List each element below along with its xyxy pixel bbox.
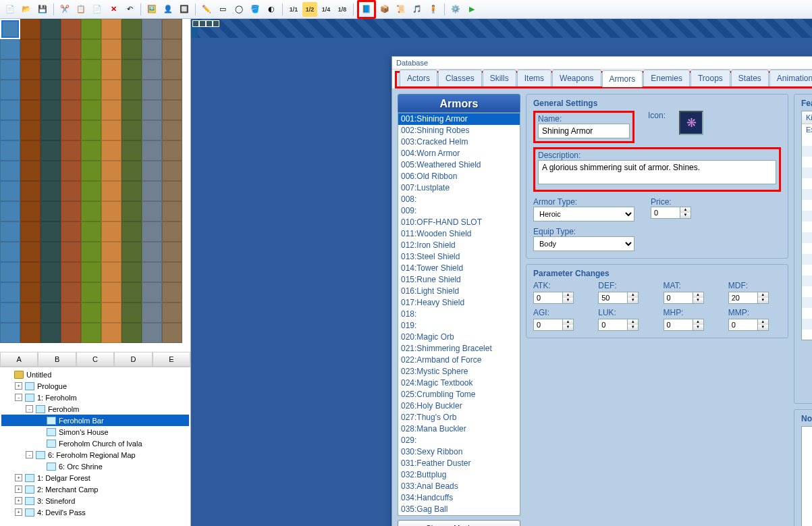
param-spinner[interactable]: ▲▼ <box>533 319 586 331</box>
armor-item[interactable]: 009: <box>398 205 520 217</box>
layer-tab-b[interactable]: B <box>38 352 76 367</box>
db-tab-actors[interactable]: Actors <box>400 70 437 86</box>
tree-item[interactable]: -Feroholm <box>1 403 189 415</box>
tb-zoom-11[interactable]: 1/1 <box>286 2 301 17</box>
armor-type-select[interactable]: Heroic <box>533 207 634 221</box>
db-tab-classes[interactable]: Classes <box>438 70 482 86</box>
price-spinner[interactable]: ▲▼ <box>651 207 691 219</box>
tb-undo[interactable]: ↶ <box>122 2 137 17</box>
db-tab-states[interactable]: States <box>731 70 769 86</box>
db-tab-armors[interactable]: Armors <box>602 70 643 87</box>
note-input[interactable] <box>801 426 812 526</box>
armor-item[interactable]: 021:Shimmering Bracelet <box>398 343 520 354</box>
tb-zoom-18[interactable]: 1/8 <box>335 2 350 17</box>
tree-item[interactable]: 6: Orc Shrine <box>1 461 189 472</box>
armor-item[interactable]: 008: <box>398 194 520 205</box>
param-spinner[interactable]: ▲▼ <box>728 319 781 331</box>
tree-item[interactable]: +4: Devil's Pass <box>1 506 189 518</box>
armor-item[interactable]: 013:Steel Shield <box>398 251 520 263</box>
armor-item[interactable]: 035:Gag Ball <box>398 504 520 515</box>
armor-item[interactable]: 006:Old Ribbon <box>398 171 520 182</box>
layer-tab-a[interactable]: A <box>0 352 38 367</box>
layer-tab-e[interactable]: E <box>153 352 190 367</box>
tb-rect[interactable]: ▭ <box>215 2 230 17</box>
tb-script[interactable]: 📜 <box>394 2 408 17</box>
armor-item[interactable]: 032:Buttplug <box>398 469 520 481</box>
armor-item[interactable]: 034:Handcuffs <box>398 492 520 504</box>
tree-item[interactable]: -1: Feroholm <box>1 392 189 403</box>
armor-item[interactable]: 028:Mana Buckler <box>398 423 520 435</box>
features-table[interactable]: Kind Content Ex-Parameter[EVA] + 0% <box>801 111 812 340</box>
tb-playtest[interactable]: ▶ <box>464 2 479 17</box>
tree-item[interactable]: Feroholm Bar <box>1 415 189 426</box>
tb-zoom-12[interactable]: 1/2 <box>302 2 317 17</box>
param-spinner[interactable]: ▲▼ <box>664 292 716 304</box>
change-maximum-button[interactable]: Change Maximum... <box>398 520 520 526</box>
name-input[interactable] <box>538 124 630 138</box>
armor-item[interactable]: 023:Mystic Sphere <box>398 366 520 377</box>
db-tab-troops[interactable]: Troops <box>691 70 730 86</box>
tb-mode-map[interactable]: 🖼️ <box>144 2 159 17</box>
db-tab-animations[interactable]: Animations <box>769 70 812 86</box>
armor-item[interactable]: 005:Weathered Shield <box>398 159 520 171</box>
armor-item[interactable]: 031:Feather Duster <box>398 458 520 469</box>
armor-item[interactable]: 015:Rune Shield <box>398 274 520 286</box>
tree-item[interactable]: +Prologue <box>1 380 189 392</box>
tb-paste[interactable]: 📄 <box>90 2 105 17</box>
desc-input[interactable] <box>538 160 776 184</box>
armor-item[interactable]: 033:Anal Beads <box>398 481 520 492</box>
armor-item[interactable]: 014:Tower Shield <box>398 263 520 274</box>
param-spinner[interactable]: ▲▼ <box>598 292 651 304</box>
tb-character[interactable]: 🧍 <box>426 2 441 17</box>
armor-item[interactable]: 003:Cracked Helm <box>398 136 520 148</box>
tb-delete[interactable]: ✕ <box>106 2 121 17</box>
armor-item[interactable]: 024:Magic Textbook <box>398 377 520 389</box>
param-spinner[interactable]: ▲▼ <box>728 292 781 304</box>
tb-fill[interactable]: 🪣 <box>248 2 263 17</box>
tb-options[interactable]: ⚙️ <box>448 2 463 17</box>
tree-item[interactable]: +1: Delgar Forest <box>1 472 189 483</box>
tb-new[interactable]: 📄 <box>3 2 18 17</box>
armor-item[interactable]: 002:Shining Robes <box>398 125 520 136</box>
tree-item[interactable]: Simon's House <box>1 426 189 438</box>
armor-item[interactable]: 017:Heavy Shield <box>398 297 520 309</box>
armor-item[interactable]: 011:Wooden Shield <box>398 228 520 240</box>
layer-tab-d[interactable]: D <box>114 352 152 367</box>
armor-item[interactable]: 026:Holy Buckler <box>398 400 520 412</box>
db-tab-skills[interactable]: Skills <box>483 70 516 86</box>
armor-item[interactable]: 016:Light Shield <box>398 286 520 297</box>
tb-pencil[interactable]: ✏️ <box>199 2 214 17</box>
armor-item[interactable]: 022:Armband of Force <box>398 354 520 366</box>
tb-mode-region[interactable]: 🔲 <box>177 2 192 17</box>
armor-list[interactable]: 001:Shining Armor002:Shining Robes003:Cr… <box>398 113 520 516</box>
tileset-palette[interactable] <box>0 19 190 352</box>
armor-item[interactable]: 004:Worn Armor <box>398 148 520 159</box>
tb-copy[interactable]: 📋 <box>74 2 88 17</box>
armor-item[interactable]: 001:Shining Armor <box>398 113 520 125</box>
tb-save[interactable]: 💾 <box>35 2 50 17</box>
tree-item[interactable]: -6: Feroholm Regional Map <box>1 449 189 461</box>
layer-tab-c[interactable]: C <box>76 352 114 367</box>
param-spinner[interactable]: ▲▼ <box>533 292 586 304</box>
tree-item[interactable]: Feroholm Church of Ivala <box>1 438 189 449</box>
tree-item[interactable]: +3: Stineford <box>1 495 189 506</box>
db-tab-items[interactable]: Items <box>517 70 551 86</box>
armor-item[interactable]: 010:OFF-HAND SLOT <box>398 217 520 228</box>
equip-type-select[interactable]: Body <box>533 236 634 251</box>
param-spinner[interactable]: ▲▼ <box>598 319 651 331</box>
tb-open[interactable]: 📂 <box>19 2 34 17</box>
param-spinner[interactable]: ▲▼ <box>664 319 716 331</box>
tree-item[interactable]: +2: Merchant Camp <box>1 483 189 495</box>
map-canvas[interactable]: Database ✕ ActorsClassesSkillsItemsWeapo… <box>191 19 812 526</box>
armor-item[interactable]: 019: <box>398 320 520 332</box>
armor-item[interactable]: 027:Thug's Orb <box>398 412 520 423</box>
tb-resource[interactable]: 📦 <box>377 2 392 17</box>
tb-database[interactable]: 📘 <box>357 0 376 19</box>
armor-item[interactable]: 029: <box>398 435 520 446</box>
armor-item[interactable]: 018: <box>398 309 520 320</box>
tb-ellipse[interactable]: ◯ <box>232 2 246 17</box>
tb-zoom-14[interactable]: 1/4 <box>319 2 333 17</box>
armor-item[interactable]: 020:Magic Orb <box>398 332 520 343</box>
db-tab-enemies[interactable]: Enemies <box>643 70 690 86</box>
db-tab-weapons[interactable]: Weapons <box>552 70 601 86</box>
